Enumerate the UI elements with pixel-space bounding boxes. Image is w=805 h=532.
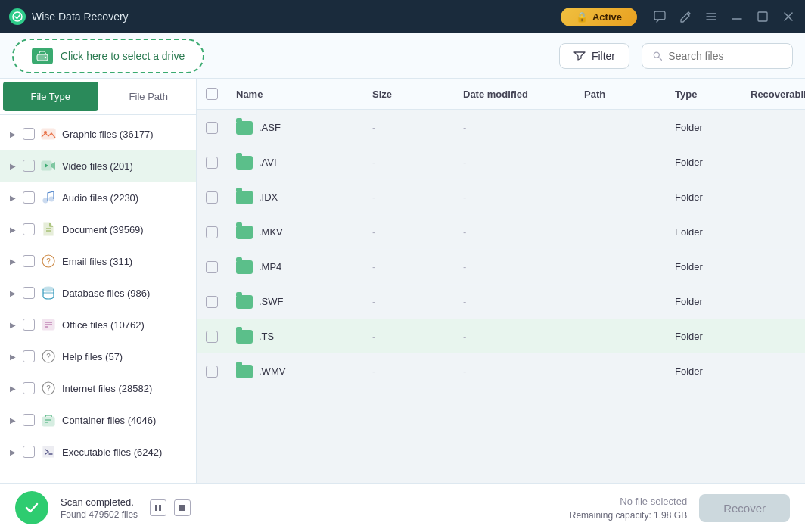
stop-button[interactable]	[174, 499, 191, 516]
search-input[interactable]	[668, 50, 782, 62]
expand-icon: ▶	[8, 160, 18, 171]
sidebar-item-help[interactable]: ▶ ? Help files (57)	[0, 341, 196, 372]
file-type: Folder	[666, 261, 741, 272]
table-row[interactable]: .TS - - Folder	[197, 319, 805, 354]
recover-button[interactable]: Recover	[699, 494, 790, 522]
item-checkbox[interactable]	[23, 350, 35, 362]
file-type: Folder	[666, 122, 741, 133]
sidebar-item-video[interactable]: ▶ Video files (201)	[0, 150, 196, 182]
sidebar-item-document[interactable]: ▶ Document (39569)	[0, 213, 196, 245]
tab-filepath[interactable]: File Path	[101, 79, 197, 114]
sidebar-item-email[interactable]: ▶ ? Email files (311)	[0, 245, 196, 277]
row-checkbox[interactable]	[206, 296, 218, 308]
video-files-icon	[39, 157, 58, 175]
file-date: -	[454, 122, 575, 133]
svg-rect-37	[155, 505, 157, 511]
table-row[interactable]: .SWF - - Folder	[197, 285, 805, 319]
pause-button[interactable]	[150, 499, 166, 516]
header-date[interactable]: Date modified	[454, 79, 575, 109]
filter-label: Filter	[592, 50, 615, 62]
file-name: .ASF	[227, 121, 363, 135]
row-checkbox[interactable]	[206, 366, 218, 378]
sidebar-item-audio[interactable]: ▶ Audio files (2230)	[0, 182, 196, 213]
edit-icon[interactable]	[678, 9, 693, 24]
file-date: -	[454, 191, 575, 203]
document-files-icon	[39, 220, 58, 238]
header-check[interactable]	[197, 79, 227, 109]
file-type: Folder	[666, 226, 741, 238]
table-row[interactable]: .MP4 - - Folder	[197, 250, 805, 285]
svg-rect-6	[758, 12, 767, 21]
row-checkbox[interactable]	[206, 122, 218, 134]
item-checkbox[interactable]	[23, 382, 35, 394]
minimize-icon[interactable]	[729, 9, 744, 24]
executable-files-icon	[39, 443, 58, 461]
header-path[interactable]: Path	[575, 79, 666, 109]
item-checkbox[interactable]	[23, 287, 35, 299]
sidebar-item-label: Internet files (28582)	[62, 383, 152, 394]
folder-icon	[236, 295, 253, 309]
folder-icon	[236, 260, 253, 274]
remaining-capacity: Remaining capacity: 1.98 GB	[570, 510, 687, 521]
close-icon[interactable]	[781, 9, 796, 24]
item-checkbox[interactable]	[23, 160, 35, 172]
sidebar-tabs: File Type File Path	[0, 79, 196, 115]
sidebar-item-executable[interactable]: ▶ Executable files (6242)	[0, 436, 196, 468]
header-name[interactable]: Name	[227, 79, 363, 109]
row-checkbox[interactable]	[206, 191, 218, 204]
toolbar: Click here to select a drive Filter	[0, 33, 805, 79]
header-type[interactable]: Type	[666, 79, 741, 109]
file-type: Folder	[666, 296, 741, 307]
header-recoverability[interactable]: Recoverability	[741, 79, 805, 109]
help-files-icon: ?	[39, 347, 58, 366]
folder-icon	[236, 121, 253, 135]
row-checkbox[interactable]	[206, 226, 218, 238]
item-checkbox[interactable]	[23, 191, 35, 204]
item-checkbox[interactable]	[23, 319, 35, 331]
file-date: -	[454, 296, 575, 307]
svg-text:?: ?	[46, 353, 51, 361]
sidebar-item-graphic[interactable]: ▶ Graphic files (36177)	[0, 118, 196, 150]
feedback-icon[interactable]	[652, 9, 667, 24]
menu-icon[interactable]	[704, 9, 719, 24]
sidebar-item-office[interactable]: ▶ Office files (10762)	[0, 309, 196, 341]
item-checkbox[interactable]	[23, 446, 35, 458]
main-content: File Type File Path ▶ Graphic files (361…	[0, 79, 805, 483]
svg-rect-1	[654, 11, 665, 20]
maximize-icon[interactable]	[755, 9, 770, 24]
file-size: -	[363, 191, 454, 203]
table-row[interactable]: .AVI - - Folder	[197, 145, 805, 180]
expand-icon: ▶	[8, 129, 18, 139]
sidebar-item-container[interactable]: ▶ Container files (4046)	[0, 404, 196, 436]
database-files-icon	[39, 284, 58, 302]
table-row[interactable]: .MKV - - Folder	[197, 215, 805, 250]
row-checkbox[interactable]	[206, 331, 218, 343]
item-checkbox[interactable]	[23, 223, 35, 235]
row-checkbox[interactable]	[206, 261, 218, 273]
sidebar-item-internet[interactable]: ▶ ? Internet files (28582)	[0, 372, 196, 404]
file-date: -	[454, 366, 575, 377]
sidebar-item-database[interactable]: ▶ Database files (986)	[0, 277, 196, 309]
select-drive-button[interactable]: Click here to select a drive	[12, 39, 204, 73]
item-checkbox[interactable]	[23, 128, 35, 140]
item-checkbox[interactable]	[23, 414, 35, 426]
row-checkbox[interactable]	[206, 157, 218, 169]
table-row[interactable]: .ASF - - Folder	[197, 110, 805, 145]
file-name: .TS	[227, 330, 363, 344]
item-checkbox[interactable]	[23, 255, 35, 267]
svg-text:?: ?	[46, 257, 51, 266]
statusbar-right: No file selected Remaining capacity: 1.9…	[570, 496, 687, 521]
tab-filetype[interactable]: File Type	[3, 82, 98, 111]
table-row[interactable]: .IDX - - Folder	[197, 180, 805, 215]
sidebar-item-label: Help files (57)	[62, 351, 123, 362]
filter-button[interactable]: Filter	[559, 43, 629, 69]
svg-point-23	[43, 287, 54, 291]
header-size[interactable]: Size	[363, 79, 454, 109]
table-row[interactable]: .WMV - - Folder	[197, 354, 805, 389]
sidebar-item-label: Email files (311)	[62, 256, 132, 267]
folder-icon	[236, 365, 253, 378]
svg-rect-38	[159, 505, 161, 511]
active-button[interactable]: 🔒 Active	[561, 8, 637, 26]
file-type: Folder	[666, 331, 741, 342]
search-box[interactable]	[642, 43, 793, 69]
